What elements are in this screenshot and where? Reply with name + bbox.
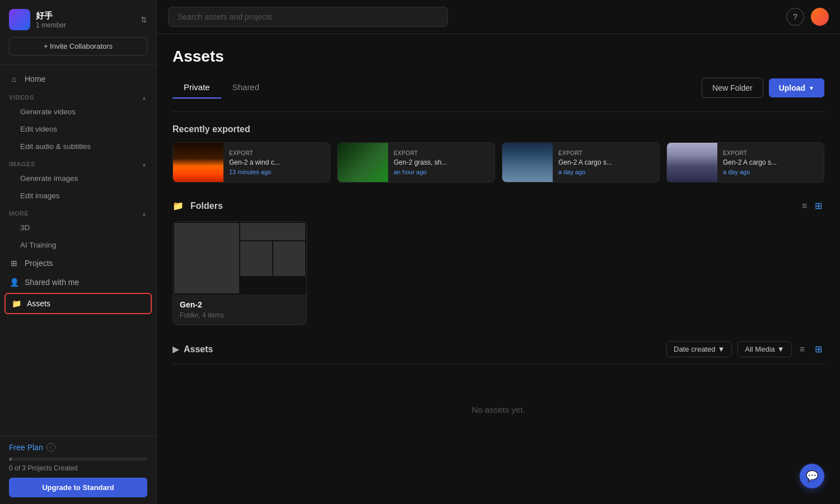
- search-bar[interactable]: Search assets and projects: [168, 7, 448, 27]
- all-media-chevron-icon: ▼: [777, 345, 785, 353]
- recently-exported-title: Recently exported: [172, 124, 250, 134]
- sidebar-item-assets-label: Assets: [27, 299, 50, 308]
- folder-thumb-sub: [240, 241, 305, 293]
- free-plan-row: Free Plan i: [9, 443, 147, 452]
- sidebar-item-generate-images[interactable]: Generate images: [0, 170, 156, 187]
- folder-thumb-cell-2: [240, 241, 272, 276]
- topbar-right: ?: [786, 8, 829, 26]
- workspace-members: 1 member: [36, 21, 135, 29]
- upload-button[interactable]: Upload ▼: [769, 78, 824, 97]
- folders-grid: Gen-2 Folder, 4 items: [172, 221, 824, 325]
- folder-card-gen2[interactable]: Gen-2 Folder, 4 items: [172, 221, 307, 325]
- assets-section-title: Assets: [184, 344, 213, 354]
- folders-view-controls: ≡ ⊞: [800, 198, 824, 213]
- sidebar-item-edit-audio[interactable]: Edit audio & subtitles: [0, 138, 156, 155]
- search-input-placeholder: Search assets and projects: [178, 12, 272, 21]
- folders-section: 📁 Folders ≡ ⊞: [172, 198, 824, 325]
- export-name-3: Gen-2 A cargo s...: [723, 158, 818, 166]
- sidebar-header: 好手 1 member ⇅ + Invite Collaborators: [0, 0, 156, 65]
- date-created-chevron-icon: ▼: [717, 345, 725, 353]
- folder-thumb-cell-1: [240, 223, 305, 240]
- chat-bubble-button[interactable]: 💬: [800, 464, 824, 488]
- export-time-0: 13 minutes ago: [229, 169, 324, 175]
- exports-grid: Export Gen-2 a wind c... 13 minutes ago …: [172, 142, 824, 183]
- sidebar-bottom: Free Plan i 0 of 3 Projects Created Upgr…: [0, 436, 156, 504]
- list-view-button[interactable]: ≡: [800, 198, 809, 213]
- export-time-2: a day ago: [558, 169, 654, 175]
- invite-collaborators-button[interactable]: + Invite Collaborators: [9, 37, 147, 55]
- workspace-name: 好手: [36, 11, 135, 21]
- tab-shared[interactable]: Shared: [221, 77, 270, 99]
- sidebar: 好手 1 member ⇅ + Invite Collaborators ⌂ H…: [0, 0, 157, 504]
- export-badge-3: Export: [723, 150, 818, 156]
- sidebar-item-shared-with-me[interactable]: 👤 Shared with me: [0, 273, 156, 292]
- workspace-avatar: [9, 9, 30, 30]
- export-info-0: Export Gen-2 a wind c... 13 minutes ago: [223, 143, 330, 182]
- assets-grid-view-button[interactable]: ⊞: [813, 342, 824, 357]
- sidebar-item-3d[interactable]: 3D: [0, 219, 156, 236]
- folders-folder-icon: 📁: [172, 200, 184, 211]
- help-icon[interactable]: ?: [786, 8, 804, 26]
- action-row: New Folder Upload ▼: [702, 78, 824, 98]
- export-info-2: Export Gen-2 A cargo s... a day ago: [553, 143, 659, 182]
- export-card-3[interactable]: Export Gen-2 A cargo s... a day ago: [666, 142, 824, 183]
- upload-chevron-icon: ▼: [809, 85, 814, 91]
- assets-header: ▶ Assets Date created ▼ All Media ▼ ≡ ⊞: [172, 341, 824, 365]
- page-title: Assets: [172, 48, 824, 66]
- user-avatar[interactable]: [811, 8, 829, 26]
- export-card-0[interactable]: Export Gen-2 a wind c... 13 minutes ago: [172, 142, 330, 183]
- workspace-info[interactable]: 好手 1 member ⇅: [9, 9, 147, 30]
- new-folder-button[interactable]: New Folder: [702, 78, 763, 98]
- export-info-3: Export Gen-2 A cargo s... a day ago: [717, 143, 824, 182]
- export-name-2: Gen-2 A cargo s...: [558, 158, 654, 166]
- sidebar-item-projects[interactable]: ⊞ Projects: [0, 254, 156, 273]
- videos-section-label: VIDEOS ▲: [0, 88, 156, 103]
- tab-private[interactable]: Private: [172, 77, 221, 99]
- projects-progress-label: 0 of 3 Projects Created: [9, 464, 147, 472]
- chat-icon: 💬: [806, 470, 818, 482]
- projects-progress-bar-fill: [9, 458, 12, 461]
- recently-exported-section: Recently exported Export Gen-2 a wind c.…: [172, 124, 824, 183]
- export-badge-1: Export: [394, 150, 489, 156]
- images-section-label: IMAGES ▲: [0, 155, 156, 170]
- recently-exported-header: Recently exported: [172, 124, 824, 134]
- free-plan-label: Free Plan: [9, 443, 43, 452]
- sidebar-item-assets[interactable]: 📁 Assets: [4, 293, 152, 314]
- no-assets-message: No assets yet.: [172, 365, 824, 454]
- sidebar-item-home-label: Home: [25, 74, 45, 83]
- export-name-0: Gen-2 a wind c...: [229, 158, 324, 166]
- export-card-1[interactable]: Export Gen-2 grass, sh... an hour ago: [337, 142, 495, 183]
- sidebar-item-home[interactable]: ⌂ Home: [0, 69, 156, 88]
- assets-sort-controls: Date created ▼ All Media ▼ ≡ ⊞: [666, 341, 824, 357]
- export-thumb-1: [338, 143, 388, 182]
- sidebar-item-edit-images[interactable]: Edit images: [0, 187, 156, 204]
- folder-name: Gen-2: [180, 300, 300, 309]
- sidebar-item-generate-videos[interactable]: Generate videos: [0, 103, 156, 120]
- folders-header: 📁 Folders ≡ ⊞: [172, 198, 824, 213]
- folder-thumb-grid: [173, 222, 306, 295]
- info-icon[interactable]: i: [46, 443, 55, 452]
- sidebar-nav: ⌂ Home VIDEOS ▲ Generate videos Edit vid…: [0, 65, 156, 436]
- sidebar-item-projects-label: Projects: [25, 259, 53, 268]
- more-section-label: MORE ▲: [0, 204, 156, 219]
- grid-view-button[interactable]: ⊞: [813, 198, 824, 213]
- chevron-icon: ⇅: [141, 15, 147, 24]
- assets-play-icon: ▶: [172, 344, 179, 354]
- folder-thumb-cell-0: [174, 223, 239, 293]
- export-thumb-0: [173, 143, 223, 182]
- shared-icon: 👤: [9, 278, 19, 287]
- export-badge-2: Export: [558, 150, 654, 156]
- upgrade-button[interactable]: Upgrade to Standard: [9, 478, 147, 497]
- export-thumb-3: [667, 143, 717, 182]
- folder-thumb-cell-3: [273, 241, 305, 276]
- date-created-button[interactable]: Date created ▼: [666, 341, 732, 357]
- folder-info: Gen-2 Folder, 4 items: [173, 295, 306, 325]
- images-chevron-icon: ▲: [142, 161, 147, 167]
- sidebar-item-edit-videos[interactable]: Edit videos: [0, 120, 156, 138]
- workspace-text: 好手 1 member: [36, 11, 135, 29]
- assets-list-view-button[interactable]: ≡: [797, 342, 807, 357]
- export-badge-0: Export: [229, 150, 324, 156]
- export-card-2[interactable]: Export Gen-2 A cargo s... a day ago: [502, 142, 660, 183]
- sidebar-item-ai-training[interactable]: AI Training: [0, 236, 156, 254]
- all-media-button[interactable]: All Media ▼: [738, 341, 791, 357]
